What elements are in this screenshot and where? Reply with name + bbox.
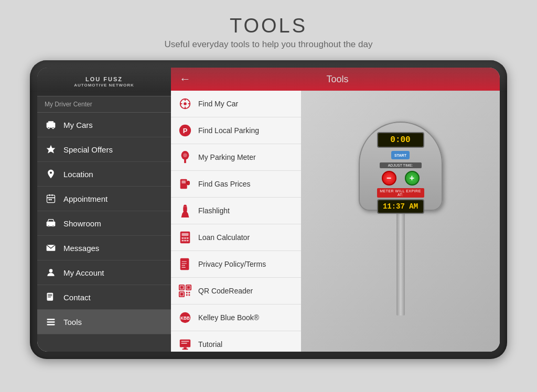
svg-rect-47	[180, 258, 189, 270]
sidebar-item-showroom[interactable]: Showroom	[37, 211, 171, 236]
sidebar-item-location[interactable]: Location	[37, 162, 171, 187]
svg-rect-68	[182, 349, 188, 350]
tool-item-privacy-policy[interactable]: Privacy Policy/Terms	[171, 251, 301, 278]
svg-point-15	[49, 269, 53, 273]
tool-item-kelley-blue-book[interactable]: KBB Kelley Blue Book®	[171, 304, 301, 331]
calculator-icon	[177, 230, 193, 245]
main-content: ← Tools Find My Car	[171, 68, 500, 352]
svg-rect-44	[182, 240, 184, 242]
svg-rect-1	[48, 121, 53, 123]
page-subtitle: Useful everyday tools to help you throug…	[165, 39, 373, 50]
meter-start-button[interactable]: START	[391, 151, 410, 159]
tool-item-find-my-car[interactable]: Find My Car	[171, 91, 301, 117]
sidebar-label-messages: Messages	[63, 244, 99, 253]
qr-code-reader-label: QR CodeReader	[198, 287, 253, 295]
svg-rect-45	[184, 240, 186, 242]
tools-body: Find My Car P Find Local Parking	[171, 91, 500, 352]
tool-item-my-parking-meter[interactable]: My Parking Meter	[171, 144, 301, 171]
svg-rect-36	[187, 181, 190, 184]
svg-rect-6	[47, 198, 55, 199]
sidebar-item-tools[interactable]: Tools	[37, 310, 171, 334]
svg-rect-7	[49, 194, 50, 196]
svg-text:P: P	[183, 127, 188, 135]
logo-bottom: AUTOMOTIVE NETWORK	[74, 83, 134, 88]
back-button[interactable]: ←	[179, 72, 191, 86]
kelley-blue-book-label: Kelley Blue Book®	[198, 313, 259, 322]
svg-rect-57	[180, 293, 184, 296]
meter-buttons-row: − +	[360, 171, 442, 186]
privacy-policy-label: Privacy Policy/Terms	[198, 260, 266, 268]
sidebar-item-appointment[interactable]: Appointment	[37, 187, 171, 211]
tutorial-label: Tutorial	[198, 340, 222, 349]
tool-item-find-local-parking[interactable]: P Find Local Parking	[171, 117, 301, 144]
sidebar-label-special-offers: Special Offers	[63, 145, 113, 154]
svg-rect-42	[184, 237, 186, 239]
meter-plus-label: +	[410, 173, 414, 183]
sidebar-item-special-offers[interactable]: Special Offers	[37, 137, 171, 162]
svg-rect-41	[182, 237, 184, 239]
sidebar-item-messages[interactable]: Messages	[37, 236, 171, 260]
tool-item-tutorial[interactable]: Tutorial	[171, 331, 301, 352]
parking-meter: 0:00 START ADJUST TIME: −	[348, 122, 453, 321]
svg-rect-8	[52, 194, 53, 196]
tool-item-loan-calculator[interactable]: Loan Calculator	[171, 224, 301, 251]
meter-time-display: 11:37 AM	[377, 199, 424, 214]
tool-item-flashlight[interactable]: Flashlight	[171, 198, 301, 224]
svg-text:KBB: KBB	[180, 315, 190, 321]
tools-list: Find My Car P Find Local Parking	[171, 91, 301, 352]
showroom-icon	[45, 217, 57, 230]
tools-icon	[45, 315, 57, 328]
page-title: TOOLS	[165, 15, 373, 37]
meter-start-label: START	[394, 154, 406, 157]
svg-rect-49	[182, 263, 187, 264]
meter-adjust-time-label: ADJUST TIME:	[380, 162, 422, 168]
find-gas-prices-label: Find Gas Prices	[198, 180, 251, 188]
svg-point-3	[52, 127, 54, 128]
svg-rect-20	[47, 321, 55, 323]
calendar-icon	[45, 192, 57, 205]
messages-icon	[45, 242, 57, 254]
svg-rect-65	[181, 341, 189, 342]
meter-head: 0:00 START ADJUST TIME: −	[359, 122, 443, 211]
parking-icon: P	[177, 123, 193, 138]
svg-rect-35	[182, 181, 186, 184]
meter-pole	[396, 211, 405, 315]
sidebar-label-my-cars: My Cars	[63, 121, 93, 129]
svg-point-12	[48, 225, 50, 227]
tools-header-bar: ← Tools	[171, 68, 500, 91]
document-icon	[177, 256, 193, 272]
sidebar-label-tools: Tools	[63, 318, 82, 326]
svg-point-2	[48, 127, 49, 128]
account-icon	[45, 266, 57, 279]
svg-marker-4	[47, 145, 56, 154]
sidebar-label-my-account: My Account	[63, 268, 104, 277]
star-icon	[45, 143, 57, 156]
meter-plus-button[interactable]: +	[405, 171, 420, 186]
svg-rect-40	[182, 233, 189, 236]
svg-point-24	[184, 102, 187, 105]
meter-minus-button[interactable]: −	[382, 171, 396, 186]
svg-rect-17	[48, 294, 52, 295]
sidebar-item-my-account[interactable]: My Account	[37, 260, 171, 285]
svg-rect-22	[47, 324, 55, 325]
svg-point-33	[183, 154, 187, 157]
tool-item-qr-code-reader[interactable]: QR CodeReader	[171, 278, 301, 304]
app-screen: LOU FUSZ AUTOMOTIVE NETWORK My Driver Ce…	[37, 68, 500, 352]
logo-top: LOU FUSZ	[74, 76, 134, 83]
svg-point-13	[52, 225, 54, 227]
sidebar-item-my-cars[interactable]: My Cars	[37, 113, 171, 137]
meter-minus-label: −	[386, 173, 391, 183]
svg-rect-66	[181, 343, 187, 344]
find-my-car-label: Find My Car	[198, 100, 238, 108]
svg-rect-11	[47, 222, 56, 226]
tool-item-find-gas-prices[interactable]: Find Gas Prices	[171, 171, 301, 198]
meter-display-window: 0:00	[377, 132, 424, 148]
sidebar-item-contact[interactable]: Contact	[37, 285, 171, 310]
gas-icon	[177, 176, 193, 192]
svg-rect-58	[186, 292, 188, 293]
my-parking-meter-label: My Parking Meter	[198, 153, 256, 161]
svg-rect-46	[187, 240, 189, 242]
tutorial-icon	[177, 336, 193, 352]
kbb-icon: KBB	[177, 310, 193, 325]
svg-rect-37	[183, 207, 187, 212]
